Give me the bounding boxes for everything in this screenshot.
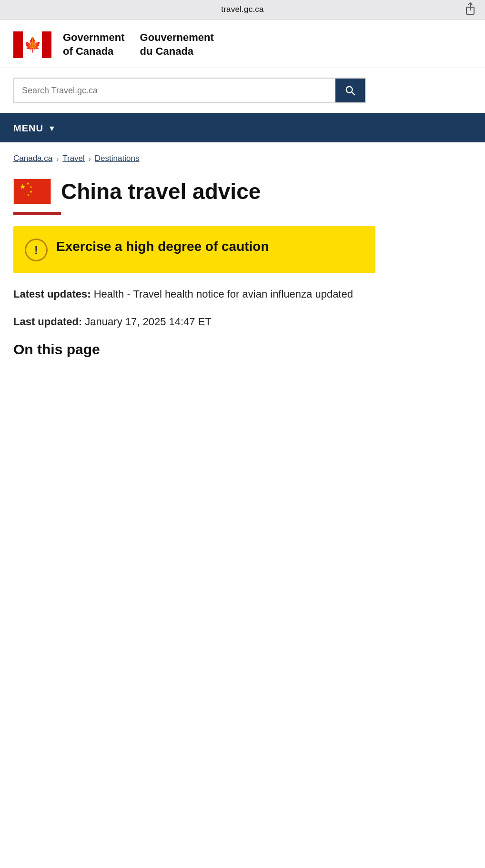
latest-updates-label: Latest updates: <box>13 288 91 300</box>
warning-level-text: Exercise a high degree of caution <box>56 238 269 256</box>
svg-rect-4 <box>42 31 51 58</box>
page-title: China travel advice <box>61 179 261 204</box>
svg-line-7 <box>352 92 354 95</box>
browser-bar: travel.gc.ca <box>0 0 485 20</box>
last-updated-label: Last updated: <box>13 316 82 328</box>
site-header: 🍁 Government of Canada Gouvernement du C… <box>0 20 485 68</box>
breadcrumb-separator-1: › <box>56 155 59 163</box>
breadcrumb-travel[interactable]: Travel <box>62 154 85 163</box>
government-name: Government of Canada Gouvernement du Can… <box>63 31 214 58</box>
latest-updates-text: Health - Travel health notice for avian … <box>94 288 353 300</box>
title-underline <box>13 212 61 215</box>
last-updated-text: January 17, 2025 14:47 ET <box>85 316 211 328</box>
on-this-page-heading: On this page <box>13 341 472 358</box>
svg-text:★: ★ <box>30 185 32 189</box>
search-form <box>13 78 366 103</box>
svg-text:★: ★ <box>27 182 30 185</box>
share-icon[interactable] <box>465 2 475 17</box>
page-title-row: ★ ★ ★ ★ ★ China travel advice <box>13 179 472 204</box>
svg-text:★: ★ <box>20 182 26 190</box>
menu-label: MENU <box>13 123 43 134</box>
search-input[interactable] <box>14 79 335 102</box>
search-button[interactable] <box>335 79 365 102</box>
svg-text:★: ★ <box>30 190 32 193</box>
main-content: Canada.ca › Travel › Destinations ★ ★ ★ … <box>0 142 485 369</box>
svg-text:🍁: 🍁 <box>24 36 42 53</box>
svg-text:★: ★ <box>27 193 30 197</box>
breadcrumb-separator-2: › <box>89 155 91 163</box>
govt-name-english: Government of Canada <box>63 31 125 58</box>
warning-icon: ! <box>25 239 48 261</box>
canada-logo[interactable]: 🍁 <box>13 31 51 58</box>
latest-updates-section: Latest updates: Health - Travel health n… <box>13 286 472 302</box>
search-section <box>0 68 485 114</box>
warning-box: ! Exercise a high degree of caution <box>13 226 375 273</box>
breadcrumb-destinations[interactable]: Destinations <box>95 154 140 163</box>
breadcrumb: Canada.ca › Travel › Destinations <box>13 154 472 163</box>
menu-bar: MENU ▼ <box>0 114 485 142</box>
menu-chevron-icon: ▼ <box>48 124 56 133</box>
exclamation-icon: ! <box>34 244 39 256</box>
url-bar[interactable]: travel.gc.ca <box>221 5 263 14</box>
china-flag-icon: ★ ★ ★ ★ ★ <box>13 179 51 204</box>
menu-button[interactable]: MENU ▼ <box>13 114 56 142</box>
govt-name-french: Gouvernement du Canada <box>140 31 214 58</box>
breadcrumb-canada[interactable]: Canada.ca <box>13 154 52 163</box>
last-updated-section: Last updated: January 17, 2025 14:47 ET <box>13 314 472 330</box>
svg-rect-2 <box>13 31 23 58</box>
